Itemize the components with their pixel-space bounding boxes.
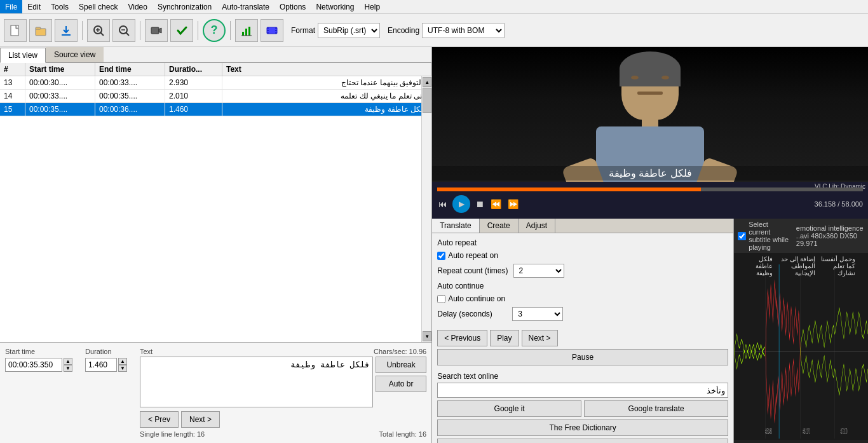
vlc-progress-fill — [437, 187, 701, 191]
google-translate-button[interactable]: Google translate — [584, 400, 728, 417]
tab-list-view[interactable]: List view — [0, 48, 46, 63]
duration-down[interactable]: ▼ — [118, 365, 127, 372]
waveform-header: Select current subtitle while playing em… — [734, 219, 868, 253]
auto-continue-on-check[interactable]: Auto continue on — [437, 294, 505, 303]
start-time-up[interactable]: ▲ — [64, 358, 72, 365]
separator-2 — [140, 21, 140, 40]
encoding-section: Encoding UTF-8 with BOM — [388, 23, 505, 38]
cell-start: 00:00:35.... — [25, 103, 95, 116]
list-scrollbar[interactable]: ▲ ▼ — [421, 76, 431, 342]
tab-create[interactable]: Create — [480, 219, 519, 233]
open-button[interactable] — [29, 19, 52, 42]
pause-button[interactable]: Pause — [437, 349, 728, 365]
separator-1 — [82, 21, 83, 40]
menu-edit[interactable]: Edit — [22, 0, 46, 13]
table-row[interactable]: 13 00:00:30.... 00:00:33.... 2.930 والتو… — [0, 76, 431, 90]
repeat-count-select[interactable]: 2 — [513, 264, 564, 278]
svg-line-5 — [100, 32, 104, 36]
search-input[interactable] — [437, 383, 728, 398]
previous-button[interactable]: < Previous — [437, 330, 487, 346]
vlc-buttons: ⏮ ▶ ⏹ ⏪ ⏩ 36.158 / 58.000 — [437, 195, 863, 213]
vlc-progress-bar[interactable] — [437, 187, 863, 191]
select-subtitle-label: Select current subtitle while playing — [749, 221, 791, 251]
auto-repeat-label: Auto repeat — [437, 238, 507, 247]
cell-id: 14 — [0, 90, 25, 102]
svg-text:#15 1.460: #15 1.460 — [765, 426, 772, 436]
auto-continue-checkbox[interactable] — [437, 295, 445, 303]
zoom-out-button[interactable] — [112, 19, 135, 42]
svg-rect-21 — [275, 27, 277, 29]
menu-help[interactable]: Help — [359, 0, 385, 13]
svg-rect-1 — [36, 29, 46, 36]
cell-end: 00:00:33.... — [95, 76, 165, 89]
duration-group: Duration ▲ ▼ — [85, 348, 127, 372]
format-label: Format — [291, 26, 315, 35]
cell-text: فلكل عاطفة وظيفة — [222, 103, 431, 116]
vlc-rewind-btn[interactable]: ⏮ — [437, 198, 449, 210]
select-subtitle-check[interactable]: Select current subtitle while playing — [738, 221, 791, 251]
next-button[interactable]: Next > — [522, 330, 558, 346]
duration-input[interactable] — [85, 358, 117, 372]
duration-up[interactable]: ▲ — [118, 358, 127, 365]
menu-autotranslate[interactable]: Auto-translate — [217, 0, 275, 13]
start-time-group: Start time ▲ ▼ — [5, 348, 72, 372]
auto-repeat-checkbox[interactable] — [437, 252, 445, 260]
separator-3 — [198, 21, 198, 40]
delay-select[interactable]: 3 — [512, 307, 563, 321]
wikipedia-button[interactable]: Wikipedia — [437, 439, 728, 443]
vlc-play-btn[interactable]: ▶ — [452, 195, 470, 213]
chart-button[interactable] — [235, 19, 258, 42]
auto-continue-label: Auto continue — [437, 282, 507, 290]
download-button[interactable] — [55, 19, 78, 42]
google-it-button[interactable]: Google it — [437, 400, 581, 417]
encoding-select[interactable]: UTF-8 with BOM — [422, 23, 505, 38]
cell-duration: 2.930 — [165, 76, 222, 89]
tab-adjust[interactable]: Adjust — [519, 219, 555, 233]
text-label: Text — [140, 348, 153, 357]
prev-button[interactable]: < Prev — [140, 411, 179, 428]
subtitle-textarea[interactable]: فلكل عاطفة وظيفة — [140, 357, 373, 407]
start-time-down[interactable]: ▼ — [64, 365, 72, 372]
cell-start: 00:00:33.... — [25, 90, 95, 102]
tab-source-view[interactable]: Source view — [46, 47, 104, 62]
auto-repeat-on-check[interactable]: Auto repeat on — [437, 251, 498, 260]
edit-area: Start time ▲ ▼ Duration ▲ — [0, 342, 431, 443]
menu-options[interactable]: Options — [275, 0, 311, 13]
auto-br-button[interactable]: Auto br — [376, 376, 426, 392]
vlc-frame-fwd-btn[interactable]: ⏩ — [506, 198, 520, 210]
cell-duration: 1.460 — [165, 103, 222, 116]
menu-sync[interactable]: Synchronization — [153, 0, 217, 13]
text-edit-row: فلكل عاطفة وظيفة Unbreak Auto br — [140, 357, 426, 407]
film-button[interactable] — [261, 19, 283, 42]
playback-btns: < Previous Play Next > — [437, 330, 728, 346]
menu-spell[interactable]: Spell check — [74, 0, 123, 13]
table-row[interactable]: 15 00:00:35.... 00:00:36.... 1.460 فلكل … — [0, 103, 431, 116]
menu-file[interactable]: File — [0, 0, 22, 13]
search-label: Search text online — [437, 372, 728, 381]
next-button[interactable]: Next > — [181, 411, 220, 428]
zoom-in-button[interactable] — [87, 19, 110, 42]
svg-rect-0 — [11, 25, 18, 36]
check-button[interactable] — [170, 19, 193, 42]
table-row[interactable]: 14 00:00:33.... 00:00:35.... 2.010 حتى ت… — [0, 90, 431, 103]
select-subtitle-checkbox[interactable] — [738, 232, 746, 240]
menu-tools[interactable]: Tools — [46, 0, 74, 13]
cell-text: والتوفيق بينهما عندما تحتاج — [222, 76, 431, 89]
start-time-input[interactable] — [5, 358, 62, 372]
scrollbar-thumb[interactable] — [423, 88, 431, 113]
new-button[interactable] — [4, 19, 27, 42]
video-button[interactable] — [145, 19, 168, 42]
free-dictionary-button[interactable]: The Free Dictionary — [437, 419, 728, 436]
waveform-panel: Select current subtitle while playing em… — [734, 219, 868, 443]
play-button[interactable]: Play — [490, 330, 519, 346]
tab-translate[interactable]: Translate — [432, 219, 480, 233]
help-button[interactable]: ? — [203, 19, 226, 42]
format-select[interactable]: SubRip (.srt) — [318, 23, 380, 38]
edit-top-row: Start time ▲ ▼ Duration ▲ — [5, 348, 426, 438]
menu-networking[interactable]: Networking — [311, 0, 359, 13]
vlc-frame-back-btn[interactable]: ⏪ — [489, 198, 503, 210]
video-area: فلكل عاطفة وظيفة VLC Lib: Dynamic ⏮ ▶ ⏹ … — [432, 47, 868, 219]
unbreak-button[interactable]: Unbreak — [376, 357, 426, 373]
menu-video[interactable]: Video — [123, 0, 152, 13]
vlc-stop-btn[interactable]: ⏹ — [474, 198, 485, 210]
